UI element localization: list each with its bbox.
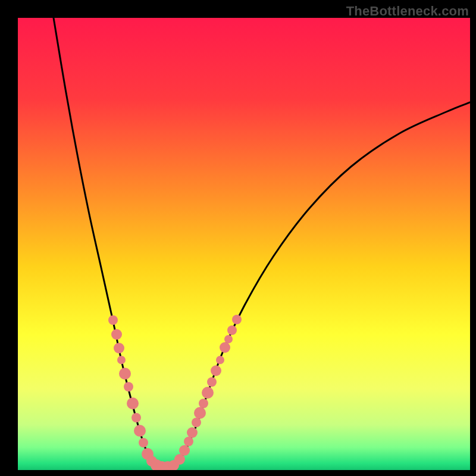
watermark-text: TheBottleneck.com [346, 4, 469, 19]
data-dot [187, 427, 198, 438]
data-dot [207, 377, 217, 387]
data-dot [108, 315, 118, 325]
data-dot [216, 356, 224, 364]
data-dot [199, 399, 208, 408]
chart-frame: TheBottleneck.com [0, 0, 476, 476]
data-dot [111, 329, 122, 340]
data-dot [179, 445, 190, 456]
data-dot [194, 407, 206, 419]
gradient-background [18, 18, 470, 470]
data-dot [131, 413, 141, 422]
data-dot [192, 418, 201, 427]
data-dot [124, 382, 133, 392]
plot-area [18, 18, 470, 470]
data-dot [232, 315, 242, 324]
data-dot [184, 437, 193, 446]
data-dot [211, 365, 221, 376]
data-dot [227, 325, 237, 335]
data-dot [117, 356, 126, 364]
chart-svg [18, 18, 470, 470]
data-dot [220, 342, 230, 353]
data-dot [119, 368, 131, 380]
data-dot [134, 425, 146, 437]
data-dot [139, 438, 148, 447]
data-dot [127, 397, 139, 409]
data-dot [202, 387, 214, 399]
data-dot [114, 343, 124, 353]
data-dot [224, 335, 233, 343]
